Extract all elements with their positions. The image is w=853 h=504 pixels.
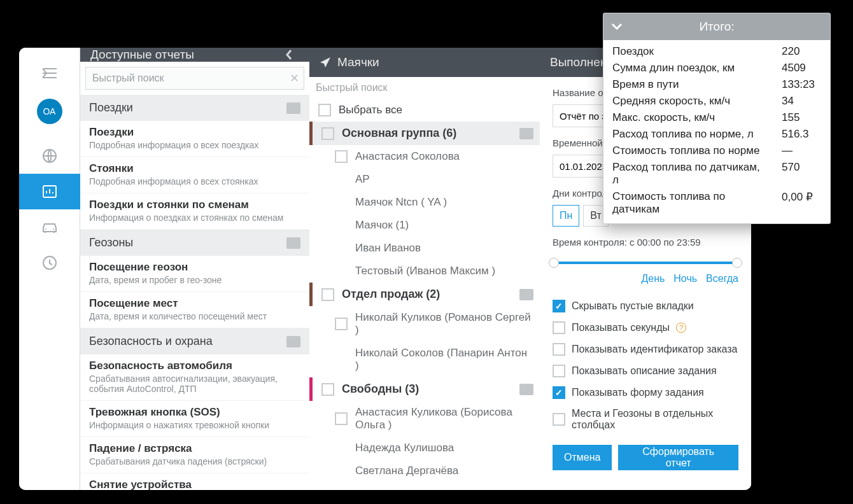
tracker-label: Николай Соколов (Панарин Антон ) xyxy=(355,347,533,372)
clear-icon[interactable]: ✕ xyxy=(290,71,299,85)
reports-title: Доступные отчеты xyxy=(90,48,194,62)
option-checkbox[interactable] xyxy=(553,365,565,377)
option-row[interactable]: Показывать идентификатор заказа xyxy=(553,343,738,356)
reports-header: Доступные отчеты xyxy=(80,48,309,62)
report-item[interactable]: Посещение местДата, время и количество п… xyxy=(80,292,309,328)
tracker-item[interactable]: Маячок Ntcn ( YA ) xyxy=(309,191,540,214)
option-row[interactable]: Показывать форму задания xyxy=(553,386,738,399)
tracker-item[interactable]: Надежда Кулишова xyxy=(309,437,540,459)
tracker-item[interactable]: Иван Иванов xyxy=(309,237,540,260)
select-all-row[interactable]: Выбрать все xyxy=(309,99,540,122)
collapse-left-icon[interactable] xyxy=(285,49,299,60)
tracker-item[interactable]: Николай Соколов (Панарин Антон ) xyxy=(309,342,540,377)
option-checkbox[interactable] xyxy=(553,343,565,356)
report-category[interactable]: Безопасность и охрана xyxy=(80,328,309,354)
tracker-item[interactable]: АР xyxy=(309,168,540,191)
summary-value: 133:23 xyxy=(777,78,821,91)
chevron-down-icon[interactable] xyxy=(611,23,623,31)
report-item[interactable]: Падение / встряскаСрабатывания датчика п… xyxy=(80,437,309,473)
tracker-group[interactable]: Отдел продаж (2) xyxy=(309,283,540,306)
tracker-checkbox[interactable] xyxy=(335,150,348,163)
reports-icon[interactable] xyxy=(19,174,80,209)
help-icon[interactable]: ? xyxy=(676,323,686,333)
category-icon xyxy=(286,102,300,114)
time-preset[interactable]: День xyxy=(641,273,665,284)
summary-label: Средняя скорость, км/ч xyxy=(612,95,730,108)
day-toggle[interactable]: Пн xyxy=(553,205,579,227)
tracker-label: Иван Иванов xyxy=(355,242,421,255)
select-all-label: Выбрать все xyxy=(339,104,402,116)
group-icon xyxy=(519,128,533,139)
report-item[interactable]: СтоянкиПодробная информация о всех стоян… xyxy=(80,157,309,193)
option-checkbox[interactable] xyxy=(553,300,565,312)
option-checkbox[interactable] xyxy=(553,386,565,399)
submit-button[interactable]: Сформировать отчет xyxy=(618,445,738,470)
report-item[interactable]: Тревожная кнопка (SOS)Информация о нажат… xyxy=(80,401,309,437)
report-category[interactable]: Геозоны xyxy=(80,230,309,256)
summary-title: Итого: xyxy=(699,20,734,34)
slider-handle-end[interactable] xyxy=(732,258,742,268)
report-item[interactable]: Посещение геозонДата, время и пробег в г… xyxy=(80,256,309,292)
report-item[interactable]: Поездки и стоянки по сменамИнформация о … xyxy=(80,193,309,230)
time-preset[interactable]: Всегда xyxy=(706,273,738,284)
summary-label: Поездок xyxy=(612,45,654,58)
tracker-item[interactable]: Светлана Дергачёва xyxy=(309,459,540,482)
category-icon xyxy=(286,336,300,347)
report-item-title: Тревожная кнопка (SOS) xyxy=(89,406,300,419)
cancel-button[interactable]: Отмена xyxy=(553,445,612,470)
summary-value: 34 xyxy=(777,95,821,108)
report-item-desc: Срабатывания автосигнализации, эвакуация… xyxy=(89,374,300,394)
option-row[interactable]: Показывать описание задания xyxy=(553,365,738,377)
group-checkbox[interactable] xyxy=(321,288,334,301)
avatar[interactable]: ОА xyxy=(37,99,62,124)
option-checkbox[interactable] xyxy=(553,413,565,426)
summary-header: Итого: xyxy=(603,13,830,40)
summary-value: 220 xyxy=(777,45,821,58)
tracker-item[interactable]: Анастасия Соколова xyxy=(309,145,540,168)
time-presets: ДеньНочьВсегда xyxy=(553,273,738,284)
summary-label: Расход топлива по датчикам, л xyxy=(612,161,765,186)
tracker-checkbox[interactable] xyxy=(335,412,348,425)
report-category[interactable]: Поездки xyxy=(80,95,309,121)
reports-search-input[interactable] xyxy=(85,67,304,90)
group-icon xyxy=(519,289,533,300)
tracker-item[interactable]: Анастасия Куликова (Борисова Ольга ) xyxy=(309,401,540,437)
option-row[interactable]: Места и Геозоны в отдельных столбцах xyxy=(553,408,738,431)
tracker-item[interactable]: Николай Куликов (Романов Сергей ) xyxy=(309,306,540,342)
category-label: Поездки xyxy=(89,101,133,115)
category-label: Безопасность и охрана xyxy=(89,335,213,348)
tracker-item[interactable]: Тестовый (Иванов Максим ) xyxy=(309,260,540,283)
group-checkbox[interactable] xyxy=(321,127,334,140)
time-preset[interactable]: Ночь xyxy=(673,273,697,284)
option-row[interactable]: Показывать секунды? xyxy=(553,321,738,334)
menu-toggle-icon[interactable] xyxy=(19,55,80,91)
select-all-checkbox[interactable] xyxy=(318,104,331,116)
summary-row: Стоимость топлива по норме— xyxy=(612,144,821,157)
tracker-item[interactable]: Маячок (1) xyxy=(309,214,540,237)
control-time-label: Время контроля: с 00:00 по 23:59 xyxy=(553,237,738,248)
group-label: Основная группа (6) xyxy=(342,127,456,140)
tracker-group[interactable]: Свободны (3) xyxy=(309,377,540,401)
option-checkbox[interactable] xyxy=(553,321,565,334)
globe-icon[interactable] xyxy=(19,138,80,174)
trackers-search-input[interactable]: Быстрый поиск xyxy=(309,77,540,99)
slider-handle-start[interactable] xyxy=(549,258,559,268)
summary-row: Поездок220 xyxy=(612,45,821,58)
category-label: Геозоны xyxy=(89,236,133,249)
clock-icon[interactable] xyxy=(19,245,80,281)
summary-label: Макс. скорость, км/ч xyxy=(612,111,715,124)
time-slider[interactable] xyxy=(553,262,738,264)
summary-value: 155 xyxy=(777,111,821,124)
tracker-checkbox[interactable] xyxy=(335,318,348,330)
tracker-group[interactable]: Основная группа (6) xyxy=(309,122,540,145)
group-label: Свободны (3) xyxy=(342,382,419,396)
report-item[interactable]: Безопасность автомобиляСрабатывания авто… xyxy=(80,354,309,401)
svg-point-3 xyxy=(53,228,54,230)
report-item[interactable]: Снятие устройства xyxy=(80,473,309,490)
summary-label: Время в пути xyxy=(612,78,679,91)
car-icon[interactable] xyxy=(19,209,80,245)
report-item[interactable]: ПоездкиПодробная информация о всех поезд… xyxy=(80,121,309,157)
option-row[interactable]: Скрывать пустые вкладки xyxy=(553,300,738,312)
group-checkbox[interactable] xyxy=(321,383,334,396)
option-label: Скрывать пустые вкладки xyxy=(572,300,694,312)
